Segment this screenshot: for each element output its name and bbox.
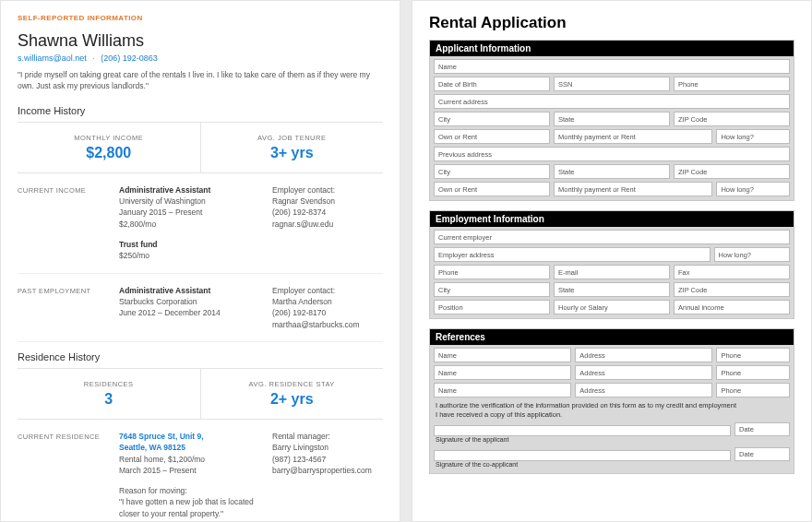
record-main: 7648 Spruce St, Unit 9, Seattle, WA 9812… — [119, 431, 272, 519]
applicant-info-section: Applicant Information Name Date of Birth… — [429, 40, 794, 201]
name-field[interactable]: Name — [434, 59, 790, 74]
mgr-phone: (987) 123-4567 — [272, 455, 326, 464]
mgr-email: barry@barrysproperties.com — [272, 466, 372, 475]
self-reported-banner: SELF-REPORTED INFORMATION — [18, 14, 383, 22]
prev-monthly-field[interactable]: Monthly payment or Rent — [554, 182, 712, 196]
ssn-field[interactable]: SSN — [554, 77, 670, 91]
ref-address-field[interactable]: Address — [575, 348, 712, 362]
ref-name-field[interactable]: Name — [434, 383, 571, 397]
emp-how-long-field[interactable]: How long? — [714, 247, 790, 262]
signature-label: Signature of the applicant — [430, 436, 794, 445]
contact-phone: (206) 192-8170 — [272, 308, 326, 317]
coapplicant-signature-box[interactable] — [434, 450, 731, 461]
job-title: Administrative Assistant — [119, 185, 210, 195]
email-link[interactable]: s.williams@aol.net — [18, 53, 87, 63]
stat-value: 3+ yrs — [201, 145, 384, 161]
applicant-quote: "I pride myself on taking great care of … — [18, 70, 383, 92]
profile-panel: SELF-REPORTED INFORMATION Shawna William… — [0, 0, 400, 522]
emp-email-field[interactable]: E-mail — [554, 265, 670, 279]
prev-own-rent-field[interactable]: Own or Rent — [434, 182, 550, 196]
income-stats-row: MONTHLY INCOME $2,800 AVG. JOB TENURE 3+… — [18, 123, 383, 173]
stat-label: MONTHLY INCOME — [18, 134, 200, 142]
record-main: Administrative Assistant Starbucks Corpo… — [119, 285, 272, 330]
current-income-record: CURRENT INCOME Administrative Assistant … — [18, 173, 383, 274]
record-label: CURRENT INCOME — [18, 184, 119, 262]
income-history-title: Income History — [18, 105, 383, 123]
own-rent-field[interactable]: Own or Rent — [434, 129, 550, 144]
authorization-text: I authorize the verification of the info… — [430, 397, 794, 420]
emp-phone-field[interactable]: Phone — [434, 265, 550, 279]
job-dates: June 2012 – December 2014 — [119, 308, 221, 317]
annual-income-field[interactable]: Annual income — [674, 300, 790, 314]
applicant-signature-box[interactable] — [434, 425, 731, 436]
contact-name: Ragnar Svendson — [272, 196, 335, 206]
section-header: Applicant Information — [430, 41, 794, 56]
auth-line2: I have received a copy of this applicati… — [436, 410, 788, 420]
dob-field[interactable]: Date of Birth — [434, 77, 550, 91]
current-address-field[interactable]: Current address — [434, 94, 790, 109]
position-field[interactable]: Position — [434, 300, 550, 314]
emp-state-field[interactable]: State — [554, 282, 670, 297]
avg-tenure-stat: AVG. JOB TENURE 3+ yrs — [201, 123, 384, 172]
prev-zip-field[interactable]: ZIP Code — [674, 164, 790, 179]
zip-field[interactable]: ZIP Code — [674, 112, 790, 126]
signature-date-field[interactable]: Date — [734, 422, 790, 436]
stat-value: 3 — [18, 391, 200, 408]
emp-fax-field[interactable]: Fax — [674, 265, 790, 279]
hourly-salary-field[interactable]: Hourly or Salary — [554, 300, 670, 314]
applicant-name: Shawna Williams — [18, 31, 383, 51]
residences-stat: RESIDENCES 3 — [18, 369, 201, 419]
stat-label: RESIDENCES — [18, 380, 200, 388]
employer-addr-field[interactable]: Employer address — [434, 247, 710, 262]
contact-line: s.williams@aol.net · (206) 192-0863 — [18, 53, 383, 63]
address-link[interactable]: Seattle, WA 98125 — [119, 443, 185, 452]
contact-name: Martha Anderson — [272, 297, 332, 306]
previous-address-field[interactable]: Previous address — [434, 147, 790, 161]
prev-city-field[interactable]: City — [434, 164, 550, 179]
signature-date-field[interactable]: Date — [734, 447, 790, 461]
residence-dates: March 2015 – Present — [119, 466, 197, 475]
income-amount: $2,800/mo — [119, 219, 156, 229]
reason-label: Reason for moving: — [119, 486, 187, 495]
signature-label: Signature of the co-applicant — [430, 461, 794, 469]
residence-stats-row: RESIDENCES 3 AVG. RESIDENCE STAY 2+ yrs — [18, 369, 383, 420]
contact-email: marthaa@starbucks.com — [272, 320, 360, 329]
city-field[interactable]: City — [434, 112, 550, 126]
address-link[interactable]: 7648 Spruce St, Unit 9, — [119, 432, 204, 441]
mgr-name: Barry Livingston — [272, 443, 328, 452]
employer-contact: Employer contact: Martha Anderson (206) … — [272, 285, 383, 330]
prev-how-long-field[interactable]: How long? — [716, 182, 790, 196]
stat-label: AVG. JOB TENURE — [201, 134, 384, 142]
ref-phone-field[interactable]: Phone — [716, 383, 790, 397]
prev-state-field[interactable]: State — [554, 164, 670, 179]
ref-address-field[interactable]: Address — [575, 365, 712, 380]
stat-value: 2+ yrs — [201, 391, 384, 408]
record-main: Administrative Assistant University of W… — [119, 184, 272, 262]
phone-field[interactable]: Phone — [674, 77, 790, 91]
contact-label: Employer contact: — [272, 185, 335, 195]
reason-text: "I have gotten a new job that is located… — [119, 497, 254, 517]
job-dates: January 2015 – Present — [119, 208, 202, 217]
record-label: CURRENT RESIDENCE — [18, 431, 119, 519]
how-long-field[interactable]: How long? — [716, 129, 790, 144]
state-field[interactable]: State — [554, 112, 670, 126]
references-section: References Name Address Phone Name Addre… — [429, 328, 794, 474]
monthly-payment-field[interactable]: Monthly payment or Rent — [554, 129, 712, 144]
employer-field[interactable]: Current employer — [434, 230, 790, 244]
ref-phone-field[interactable]: Phone — [716, 348, 790, 362]
form-title: Rental Application — [429, 14, 794, 32]
ref-address-field[interactable]: Address — [575, 383, 712, 397]
ref-name-field[interactable]: Name — [434, 365, 571, 380]
employer-contact: Employer contact: Ragnar Svendson (206) … — [272, 184, 383, 262]
emp-zip-field[interactable]: ZIP Code — [674, 282, 790, 297]
employer: University of Washington — [119, 196, 206, 206]
contact-label: Employer contact: — [272, 286, 335, 295]
phone-link[interactable]: (206) 192-0863 — [101, 53, 158, 63]
emp-city-field[interactable]: City — [434, 282, 550, 297]
ref-phone-field[interactable]: Phone — [716, 365, 790, 380]
record-label: PAST EMPLOYMENT — [18, 285, 119, 330]
auth-line1: I authorize the verification of the info… — [436, 401, 788, 410]
ref-name-field[interactable]: Name — [434, 348, 571, 362]
stat-label: AVG. RESIDENCE STAY — [201, 380, 384, 388]
contact-phone: (206) 192-8374 — [272, 208, 326, 217]
